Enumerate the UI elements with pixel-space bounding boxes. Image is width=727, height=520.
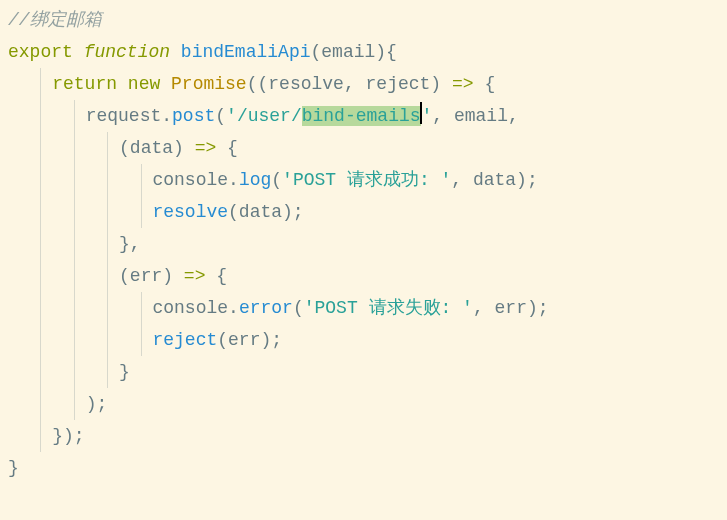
text: , err); <box>473 298 549 318</box>
dot: . <box>161 106 172 126</box>
delim: ( <box>119 138 130 158</box>
line-11: reject(err); <box>8 330 282 350</box>
obj-console: console <box>152 170 228 190</box>
brace: } <box>119 362 130 382</box>
delim: ); <box>86 394 108 414</box>
brace: { <box>216 266 227 286</box>
text: , email, <box>432 106 518 126</box>
dot: . <box>228 170 239 190</box>
line-4: request.post('/user/bind-emails', email, <box>8 106 519 126</box>
line-8: }, <box>8 234 141 254</box>
kw-return: return <box>52 74 117 94</box>
delim: ( <box>119 266 130 286</box>
string: 'POST 请求成功: ' <box>282 170 451 190</box>
kw-function: function <box>84 42 170 62</box>
line-12: } <box>8 362 130 382</box>
param-reject: reject <box>366 74 431 94</box>
param-email: email <box>321 42 375 62</box>
comment: //绑定邮箱 <box>8 10 102 30</box>
delim: ) <box>162 266 173 286</box>
text: , data); <box>451 170 537 190</box>
line-3: return new Promise((resolve, reject) => … <box>8 74 495 94</box>
obj-request: request <box>86 106 162 126</box>
delim: ){ <box>375 42 397 62</box>
text: (data); <box>228 202 304 222</box>
arrow: => <box>184 138 227 158</box>
string: '/user/ <box>226 106 302 126</box>
delim: ) <box>173 138 184 158</box>
param-resolve: resolve <box>268 74 344 94</box>
fn-reject: reject <box>152 330 217 350</box>
brace: { <box>227 138 238 158</box>
string: 'POST 请求失败: ' <box>304 298 473 318</box>
method-error: error <box>239 298 293 318</box>
type-promise: Promise <box>171 74 247 94</box>
method-log: log <box>239 170 271 190</box>
line-13: ); <box>8 394 107 414</box>
delim: ( <box>293 298 304 318</box>
line-1: //绑定邮箱 <box>8 10 102 30</box>
delim: ) <box>430 74 441 94</box>
line-6: console.log('POST 请求成功: ', data); <box>8 170 538 190</box>
line-2: export function bindEmaliApi(email){ <box>8 42 397 62</box>
line-5: (data) => { <box>8 138 238 158</box>
line-9: (err) => { <box>8 266 227 286</box>
arrow: => <box>173 266 216 286</box>
line-7: resolve(data); <box>8 202 304 222</box>
selection: bind-emails <box>302 106 421 126</box>
line-10: console.error('POST 请求失败: ', err); <box>8 298 549 318</box>
delim: }); <box>52 426 84 446</box>
dot: . <box>228 298 239 318</box>
brace: } <box>8 458 19 478</box>
arrow: => <box>441 74 484 94</box>
obj-console: console <box>152 298 228 318</box>
text: (err); <box>217 330 282 350</box>
string: ' <box>422 106 433 126</box>
method-post: post <box>172 106 215 126</box>
brace: }, <box>119 234 141 254</box>
fn-resolve: resolve <box>152 202 228 222</box>
kw-export: export <box>8 42 73 62</box>
kw-new: new <box>128 74 160 94</box>
fn-name: bindEmaliApi <box>181 42 311 62</box>
delim: ( <box>215 106 226 126</box>
code-block: //绑定邮箱 export function bindEmaliApi(emai… <box>8 4 719 484</box>
brace: { <box>484 74 495 94</box>
line-14: }); <box>8 426 85 446</box>
delim: (( <box>247 74 269 94</box>
param-data: data <box>130 138 173 158</box>
delim: , <box>344 74 366 94</box>
delim: ( <box>271 170 282 190</box>
line-15: } <box>8 458 19 478</box>
param-err: err <box>130 266 162 286</box>
delim: ( <box>310 42 321 62</box>
